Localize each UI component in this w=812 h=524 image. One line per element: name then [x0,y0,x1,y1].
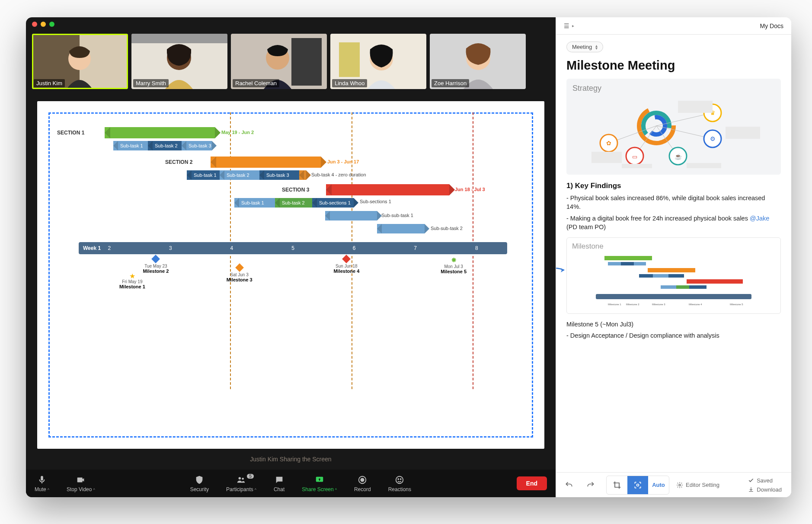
svg-rect-51 [653,274,668,278]
svg-rect-55 [676,285,689,289]
capture-mode-segmented: Auto [606,476,669,495]
gear-icon [676,482,683,489]
stop-video-button[interactable]: Stop Video^ [67,475,95,492]
mention[interactable]: @Jake [750,215,769,222]
microphone-icon [37,475,47,485]
minimize-window-button[interactable] [41,22,46,27]
svg-rect-41 [726,127,760,139]
participant-tile[interactable]: Marry Smith [131,34,227,89]
svg-rect-7 [291,38,322,86]
screen-share-area: SECTION 1 May 19 - Jun 2 Sub-task 1 Sub-… [26,93,556,470]
saved-status: Saved [748,477,782,484]
svg-point-15 [242,477,244,479]
chat-button[interactable]: Chat [274,475,285,492]
milestone-5-detail: - Design Acceptance / Design compliance … [566,331,781,340]
redo-button[interactable] [581,476,600,495]
milestone-card[interactable]: Milestone Milestone 1Milestone 2 Milesto… [566,237,781,314]
security-button[interactable]: Security [190,475,209,492]
milestone-marker: Tue May 23Milestone 2 [143,256,169,274]
zoom-toolbar: Mute^ Stop Video^ Security 5 Participant… [26,470,556,497]
section-bar [211,157,321,168]
record-button[interactable]: Record [354,475,371,492]
strategy-label: Strategy [572,84,775,93]
end-meeting-button[interactable]: End [517,476,547,490]
svg-rect-56 [689,285,707,289]
participant-tile[interactable]: Linda Whoo [330,34,426,89]
svg-point-14 [239,477,241,479]
section-bar [105,127,215,138]
download-button[interactable]: Download [748,486,782,493]
editor-setting-button[interactable]: Editor Setting [673,476,723,495]
milestone-marker: ✸Mon Jul 3Milestone 5 [441,256,467,274]
sort-icon: ▴▾ [595,45,598,50]
chevron-right-icon: ▸ [572,23,574,28]
docs-panel: ☰ ▸ My Docs Meeting ▴▾ Milestone Meeting… [556,17,791,497]
strategy-diagram: ✿ ▭ ☕ ⚙ ♛ [572,96,775,169]
record-icon [357,475,368,485]
docs-header: ☰ ▸ My Docs [556,17,791,35]
participant-tile[interactable]: Zoe Harrison [430,34,526,89]
shield-icon [194,475,205,485]
section-range: Jun 3 - Jun 17 [327,159,359,164]
section-label: SECTION 2 [165,159,192,165]
share-screen-icon [314,475,325,485]
svg-rect-47 [621,262,634,265]
svg-rect-50 [639,274,653,278]
svg-point-63 [637,484,639,486]
svg-text:Milestone 1: Milestone 1 [608,303,621,306]
svg-rect-45 [604,256,652,260]
zoom-client: Justin Kim Marry Smith Rachel Coleman Li… [26,17,556,497]
category-pill[interactable]: Meeting ▴▾ [566,42,603,52]
svg-text:Milestone 4: Milestone 4 [689,303,702,306]
scan-mode-button[interactable] [627,476,648,494]
svg-rect-42 [591,152,622,163]
list-icon[interactable]: ☰ [564,22,569,29]
participant-gallery: Justin Kim Marry Smith Rachel Coleman Li… [26,29,556,93]
svg-rect-53 [687,279,743,284]
auto-mode-button[interactable]: Auto [648,476,669,494]
mini-gantt: Milestone 1Milestone 2 Milestone 3Milest… [572,252,775,309]
close-window-button[interactable] [32,22,37,27]
participant-name: Marry Smith [133,79,169,87]
participant-name: Rachel Coleman [233,79,279,87]
svg-text:Milestone 3: Milestone 3 [652,303,665,306]
svg-rect-43 [622,164,652,168]
task-label: Sub-sub-task 2 [431,226,463,231]
task-bar: Sub-task 2 [148,141,182,150]
svg-rect-40 [678,101,713,113]
milestone-5-line: Milestone 5 (~Mon Jul3) [566,320,781,329]
video-icon [76,475,86,485]
app-window: Justin Kim Marry Smith Rachel Coleman Li… [26,17,791,497]
docs-body[interactable]: Meeting ▴▾ Milestone Meeting Strategy [556,35,791,472]
share-screen-button[interactable]: Share Screen^ [302,475,337,492]
shared-slide[interactable]: SECTION 1 May 19 - Jun 2 Sub-task 1 Sub-… [37,101,544,449]
svg-rect-10 [339,42,360,77]
participants-button[interactable]: 5 Participants^ [226,475,256,492]
fullscreen-window-button[interactable] [49,22,54,27]
my-docs-link[interactable]: My Docs [760,22,783,29]
crop-mode-button[interactable] [607,476,627,494]
svg-text:Milestone 2: Milestone 2 [626,303,639,306]
svg-text:▭: ▭ [632,153,637,160]
task-bar [377,224,425,233]
task-bar: Sub-task 1 [234,198,275,208]
participant-name: Justin Kim [34,79,65,87]
timeline-axis: Week 1 2345678 [79,242,507,254]
milestone-markers: ★Fri May 19Milestone 1Tue May 23Mileston… [79,256,507,316]
reactions-button[interactable]: Reactions [388,475,411,492]
chat-icon [274,475,285,485]
section-range: Jun 18 - Jul 3 [455,187,485,192]
participant-tile[interactable]: Justin Kim [32,34,128,89]
task-bar: Sub-task 2 [220,170,259,180]
undo-button[interactable] [559,476,579,495]
milestone-marker: Sun Jun 18Milestone 4 [333,256,359,274]
section-bar [326,184,449,195]
task-label: Sub-task 4 - zero duration [311,172,366,177]
participant-name: Linda Whoo [332,79,367,87]
participant-tile[interactable]: Rachel Coleman [231,34,327,89]
strategy-card[interactable]: Strategy ✿ [566,79,781,175]
mute-button[interactable]: Mute^ [35,475,49,492]
task-bar: Sub-task 3 [259,170,299,180]
svg-rect-49 [648,268,695,272]
svg-point-64 [679,484,681,486]
